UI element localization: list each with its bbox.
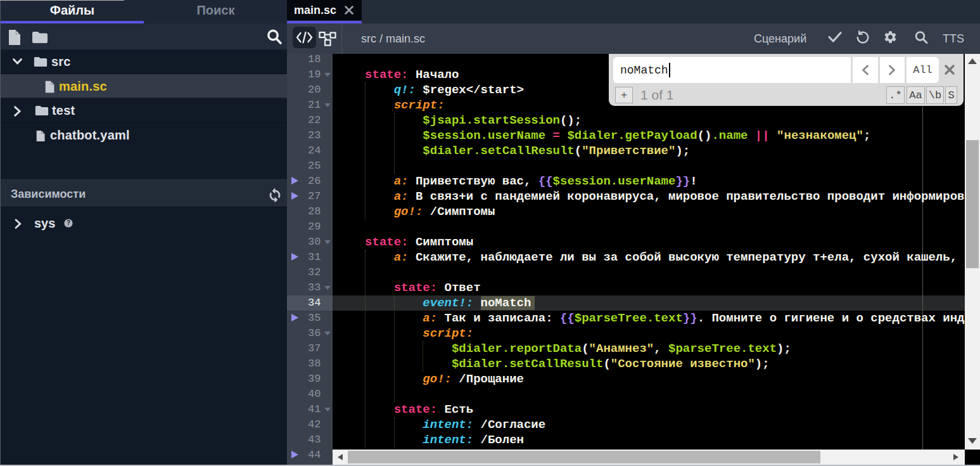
svg-text:?: ? — [67, 219, 70, 226]
